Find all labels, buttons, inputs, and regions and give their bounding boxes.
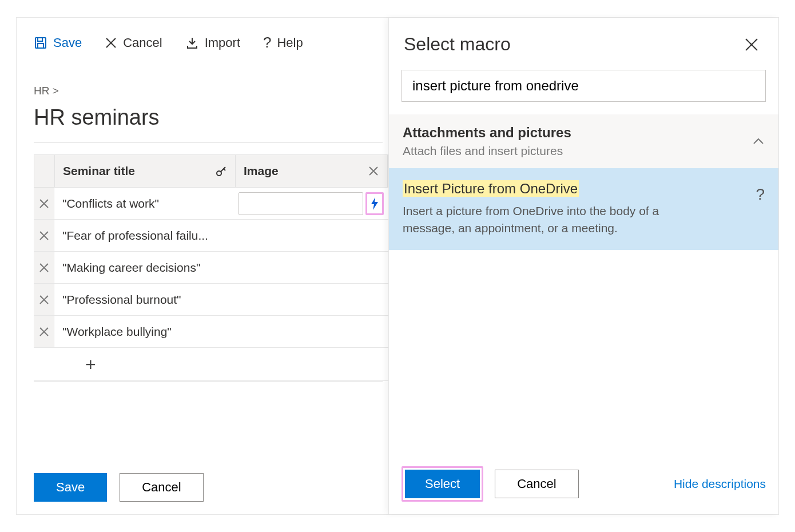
column-header-image[interactable]: Image bbox=[236, 155, 388, 187]
table-row[interactable]: "Workplace bullying" bbox=[34, 316, 388, 348]
panel-select-button[interactable]: Select bbox=[405, 470, 480, 498]
import-label: Import bbox=[205, 35, 240, 50]
row-title: "Making career decisions" bbox=[54, 252, 235, 283]
image-input[interactable] bbox=[238, 192, 363, 215]
row-title: "Professional burnout" bbox=[54, 284, 235, 315]
lightning-icon bbox=[370, 197, 379, 211]
macro-group-header[interactable]: Attachments and pictures Attach files an… bbox=[389, 114, 778, 168]
row-title: "Conflicts at work" bbox=[54, 188, 235, 219]
group-subtitle: Attach files and insert pictures bbox=[403, 144, 571, 158]
import-button[interactable]: Import bbox=[185, 35, 240, 50]
row-delete-icon[interactable] bbox=[34, 220, 54, 251]
page-title: HR seminars bbox=[34, 105, 388, 130]
column-remove-icon[interactable] bbox=[368, 165, 379, 177]
row-title: "Workplace bullying" bbox=[54, 316, 235, 347]
column-header-title[interactable]: Seminar title bbox=[55, 155, 236, 187]
row-delete-icon[interactable] bbox=[34, 284, 54, 315]
row-delete-icon[interactable] bbox=[34, 188, 54, 219]
close-icon bbox=[105, 37, 117, 49]
table-row[interactable]: "Making career decisions" bbox=[34, 252, 388, 284]
table-row[interactable]: "Conflicts at work" bbox=[34, 188, 388, 220]
chevron-up-icon bbox=[752, 135, 765, 148]
macro-search-input[interactable] bbox=[402, 70, 766, 102]
import-icon bbox=[185, 36, 199, 50]
cancel-button[interactable]: Cancel bbox=[105, 35, 162, 50]
macro-item[interactable]: Insert Picture from OneDrive Insert a pi… bbox=[389, 168, 778, 250]
breadcrumb[interactable]: HR > bbox=[34, 85, 388, 97]
help-button[interactable]: ? Help bbox=[263, 34, 303, 51]
save-icon bbox=[34, 36, 47, 50]
column-header-title-label: Seminar title bbox=[63, 164, 135, 178]
table-row[interactable]: "Professional burnout" bbox=[34, 284, 388, 316]
table: Seminar title Image "Conflicts at work" bbox=[34, 154, 388, 381]
svg-rect-2 bbox=[38, 43, 43, 48]
hide-descriptions-link[interactable]: Hide descriptions bbox=[674, 477, 766, 491]
key-icon bbox=[216, 165, 227, 177]
add-row-button[interactable]: + bbox=[85, 354, 96, 375]
macro-help-icon[interactable]: ? bbox=[756, 181, 765, 204]
row-title: "Fear of professional failu... bbox=[54, 220, 235, 251]
footer-save-button[interactable]: Save bbox=[34, 473, 107, 502]
svg-point-3 bbox=[217, 171, 221, 176]
row-delete-icon[interactable] bbox=[34, 316, 54, 347]
macro-trigger-button[interactable] bbox=[365, 192, 384, 215]
cancel-label: Cancel bbox=[123, 35, 162, 50]
save-label: Save bbox=[53, 35, 82, 50]
help-icon: ? bbox=[263, 34, 271, 51]
table-row[interactable]: "Fear of professional failu... bbox=[34, 220, 388, 252]
column-header-image-label: Image bbox=[244, 164, 279, 178]
panel-title: Select macro bbox=[404, 34, 511, 55]
group-title: Attachments and pictures bbox=[403, 125, 571, 141]
footer-cancel-button[interactable]: Cancel bbox=[120, 473, 203, 502]
row-delete-icon[interactable] bbox=[34, 252, 54, 283]
macro-description: Insert a picture from OneDrive into the … bbox=[403, 203, 700, 237]
macro-name: Insert Picture from OneDrive bbox=[403, 180, 579, 197]
help-label: Help bbox=[277, 35, 303, 50]
close-icon bbox=[744, 37, 759, 52]
save-button[interactable]: Save bbox=[34, 35, 82, 50]
panel-close-button[interactable] bbox=[744, 37, 759, 52]
svg-rect-1 bbox=[38, 38, 42, 41]
panel-cancel-button[interactable]: Cancel bbox=[495, 470, 578, 498]
